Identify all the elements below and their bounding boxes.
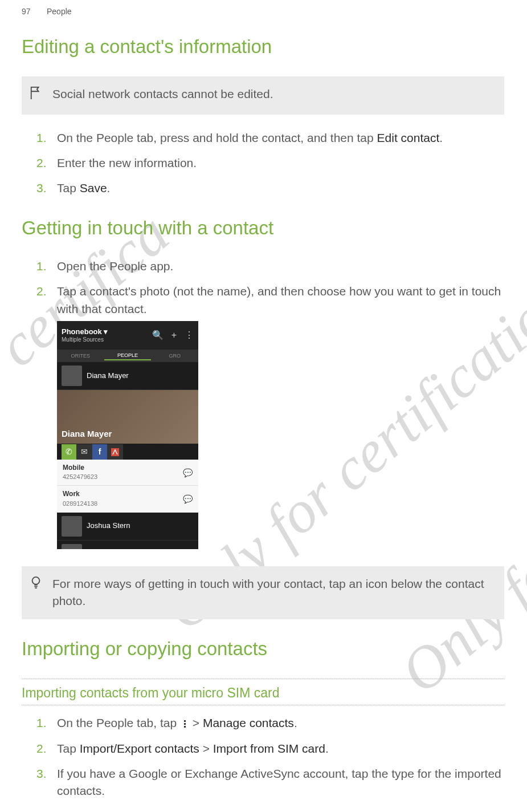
ss-contact-row: Diana Mayer: [57, 362, 198, 390]
step-text: .: [107, 181, 111, 194]
getting-step-2: Tap a contact's photo (not the name), an…: [36, 283, 504, 549]
ss-tabs: ORITES PEOPLE GRO: [57, 350, 198, 362]
step-text: On the People tab, tap: [57, 716, 180, 729]
importing-step-2: Tap Import/Export contacts > Import from…: [36, 740, 504, 757]
avatar: [62, 516, 82, 537]
step-bold: Edit contact: [377, 131, 440, 144]
importing-steps: On the People tab, tap > Manage contacts…: [36, 714, 504, 800]
menu-icon: ⋮: [185, 328, 194, 342]
detail-label: Work: [63, 489, 97, 499]
ss-subtitle: Multiple Sources: [62, 336, 108, 343]
step-text: .: [439, 131, 443, 144]
ss-title: Phonebook ▾: [62, 328, 108, 336]
tip-text-getting: For more ways of getting in touch with y…: [52, 575, 496, 610]
page-header: 97 People: [22, 6, 504, 17]
search-icon: 🔍: [152, 328, 164, 342]
step-text: .: [325, 742, 329, 755]
detail-label: Mobile: [63, 463, 97, 473]
ss-top-bar: Phonebook ▾ Multiple Sources 🔍 + ⋮: [57, 321, 198, 350]
step-text: Tap: [57, 181, 80, 194]
sms-icon: 💬: [183, 493, 193, 505]
call-icon: ✆: [62, 444, 77, 460]
step-bold: Import/Export contacts: [80, 742, 199, 755]
avatar: [62, 366, 82, 386]
sms-icon: 💬: [183, 467, 193, 478]
plus-icon: +: [171, 328, 177, 342]
tip-box-getting: For more ways of getting in touch with y…: [22, 566, 504, 619]
ss-contact-row: Katie Jackson: [57, 541, 198, 549]
step-bold: Save: [80, 181, 107, 194]
editing-step-2: Enter the new information.: [36, 155, 504, 172]
hero-name: Diana Mayer: [62, 428, 112, 440]
heading-importing: Importing or copying contacts: [22, 635, 504, 663]
hero-action-icons: ✆ ✉ f: [62, 444, 123, 460]
step-text: Tap a contact's photo (not the name), an…: [57, 285, 501, 315]
ss-tab-groups: GRO: [151, 352, 198, 360]
step-text: >: [199, 742, 213, 755]
detail-value: 0289124138: [63, 500, 97, 509]
page-number: 97: [22, 6, 35, 17]
editing-step-1: On the People tab, press and hold the co…: [36, 129, 504, 147]
subheading-importing-sim: Importing contacts from your micro SIM c…: [22, 684, 504, 705]
step-text: Tap: [57, 742, 80, 755]
menu-dots-icon: [182, 719, 187, 729]
heading-editing: Editing a contact's information: [22, 33, 504, 60]
editing-step-3: Tap Save.: [36, 180, 504, 197]
avatar: [62, 544, 82, 549]
getting-step-1: Open the People app.: [36, 258, 504, 275]
importing-step-3: If you have a Google or Exchange ActiveS…: [36, 765, 504, 800]
step-text: .: [294, 716, 297, 729]
contact-name: Diana Mayer: [87, 371, 129, 381]
heading-getting: Getting in touch with a contact: [22, 214, 504, 242]
step-text: >: [189, 716, 203, 729]
step-bold: Manage contacts: [203, 716, 294, 729]
ss-contact-hero: Diana Mayer ✆ ✉ f: [57, 390, 198, 444]
step-text: On the People tab, press and hold the co…: [57, 131, 377, 144]
editing-steps: On the People tab, press and hold the co…: [36, 129, 504, 197]
svg-point-1: [32, 577, 40, 584]
ss-contact-row: Joshua Stern: [57, 513, 198, 541]
mail-icon: ✉: [77, 444, 92, 460]
note-box-editing: Social network contacts cannot be edited…: [22, 76, 504, 114]
detail-value: 4252479623: [63, 473, 97, 482]
step-bold: Import from SIM card: [213, 742, 325, 755]
contact-name: Katie Jackson: [87, 549, 133, 549]
ss-details: Mobile 4252479623 💬 Work 0289124138 💬: [57, 460, 198, 513]
map-icon: [108, 444, 123, 460]
section-name: People: [47, 6, 72, 17]
phone-screenshot: Phonebook ▾ Multiple Sources 🔍 + ⋮ ORITE…: [57, 321, 198, 549]
contact-name: Joshua Stern: [87, 521, 130, 531]
ss-action-icons: 🔍 + ⋮: [152, 328, 194, 342]
subsection-divider: Importing contacts from your micro SIM c…: [22, 679, 504, 705]
bulb-icon: [30, 575, 42, 595]
note-text-editing: Social network contacts cannot be edited…: [52, 86, 496, 103]
flag-icon: [30, 86, 42, 105]
getting-steps: Open the People app. Tap a contact's pho…: [36, 258, 504, 549]
facebook-icon: f: [92, 444, 108, 460]
ss-tab-favorites: ORITES: [57, 352, 104, 360]
importing-step-1: On the People tab, tap > Manage contacts…: [36, 714, 504, 732]
ss-detail-mobile: Mobile 4252479623 💬: [57, 460, 198, 486]
ss-detail-work: Work 0289124138 💬: [57, 486, 198, 512]
ss-tab-people: PEOPLE: [104, 352, 152, 360]
